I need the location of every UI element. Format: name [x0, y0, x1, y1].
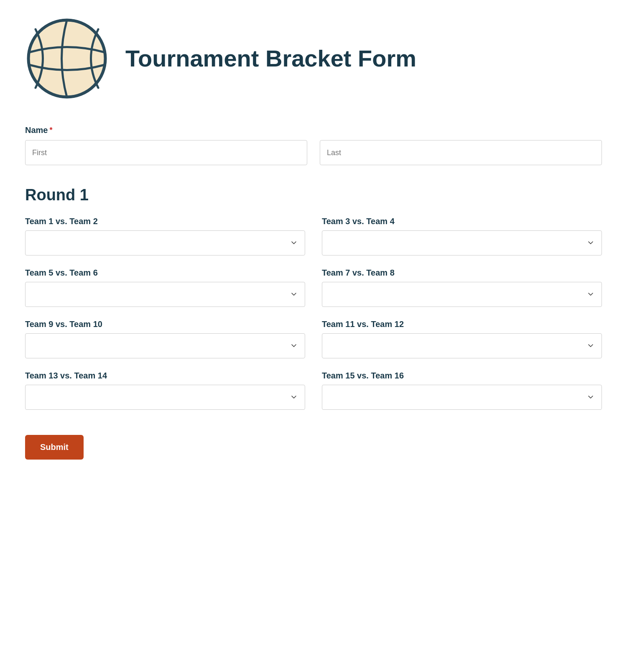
name-label: Name * — [25, 125, 602, 135]
matchup-label-6: Team 11 vs. Team 12 — [322, 319, 602, 329]
round1-title: Round 1 — [25, 186, 602, 204]
matchup-select-5[interactable]: Team 9Team 10 — [25, 333, 305, 358]
round1-section: Round 1 Team 1 vs. Team 2Team 1Team 2Tea… — [25, 186, 602, 410]
submit-section: Submit — [25, 435, 602, 460]
required-indicator: * — [49, 126, 52, 135]
name-row — [25, 140, 602, 165]
matchup-label-2: Team 3 vs. Team 4 — [322, 217, 602, 226]
matchup-label-8: Team 15 vs. Team 16 — [322, 371, 602, 381]
first-name-input[interactable] — [25, 140, 307, 165]
name-section: Name * — [25, 125, 602, 165]
matchup-group-2: Team 3 vs. Team 4Team 3Team 4 — [322, 217, 602, 256]
basketball-icon — [25, 17, 109, 100]
matchup-select-4[interactable]: Team 7Team 8 — [322, 282, 602, 307]
matchup-select-3[interactable]: Team 5Team 6 — [25, 282, 305, 307]
matchup-group-1: Team 1 vs. Team 2Team 1Team 2 — [25, 217, 305, 256]
page-header: Tournament Bracket Form — [25, 17, 602, 100]
matchup-select-6[interactable]: Team 11Team 12 — [322, 333, 602, 358]
matchup-group-3: Team 5 vs. Team 6Team 5Team 6 — [25, 268, 305, 307]
matchup-select-7[interactable]: Team 13Team 14 — [25, 385, 305, 410]
page-title: Tournament Bracket Form — [125, 46, 416, 72]
matchup-group-5: Team 9 vs. Team 10Team 9Team 10 — [25, 319, 305, 358]
matchup-label-1: Team 1 vs. Team 2 — [25, 217, 305, 226]
matchup-group-7: Team 13 vs. Team 14Team 13Team 14 — [25, 371, 305, 410]
matchup-group-8: Team 15 vs. Team 16Team 15Team 16 — [322, 371, 602, 410]
submit-button[interactable]: Submit — [25, 435, 84, 460]
form: Name * Round 1 Team 1 vs. Team 2Team 1Te… — [25, 125, 602, 460]
matchup-group-4: Team 7 vs. Team 8Team 7Team 8 — [322, 268, 602, 307]
matchup-label-5: Team 9 vs. Team 10 — [25, 319, 305, 329]
matchup-label-3: Team 5 vs. Team 6 — [25, 268, 305, 278]
matchup-label-7: Team 13 vs. Team 14 — [25, 371, 305, 381]
matchup-select-2[interactable]: Team 3Team 4 — [322, 230, 602, 256]
matchup-label-4: Team 7 vs. Team 8 — [322, 268, 602, 278]
matchups-grid: Team 1 vs. Team 2Team 1Team 2Team 3 vs. … — [25, 217, 602, 410]
matchup-select-1[interactable]: Team 1Team 2 — [25, 230, 305, 256]
matchup-group-6: Team 11 vs. Team 12Team 11Team 12 — [322, 319, 602, 358]
matchup-select-8[interactable]: Team 15Team 16 — [322, 385, 602, 410]
last-name-input[interactable] — [320, 140, 602, 165]
